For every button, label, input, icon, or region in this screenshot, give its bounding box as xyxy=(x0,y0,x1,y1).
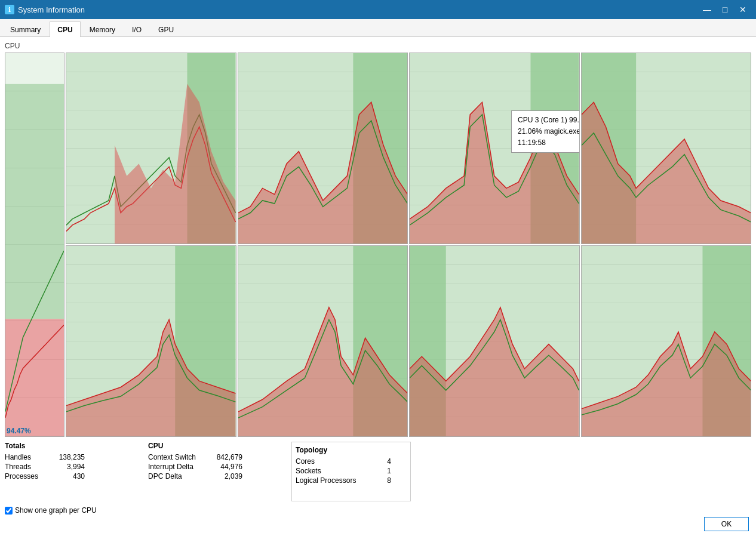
cpu-graphs-grid: CPU 3 (Core 1) 99.76% 21.06% magick.exe:… xyxy=(66,53,751,437)
logical-proc-label: Logical Processors xyxy=(296,476,373,485)
tabs-bar: Summary CPU Memory I/O GPU xyxy=(0,19,756,37)
checkbox-row: Show one graph per CPU xyxy=(5,506,751,515)
table-row: Threads 3,994 xyxy=(5,462,85,472)
dpc-label: DPC Delta xyxy=(148,472,201,481)
cpu-section-label: CPU xyxy=(5,42,751,50)
table-row: Processes 430 xyxy=(5,472,85,481)
show-graph-checkbox[interactable] xyxy=(5,507,13,515)
sockets-label: Sockets xyxy=(296,466,373,476)
table-row: Context Switch 842,679 xyxy=(148,452,242,462)
title-bar: ℹ System Information — □ ✕ xyxy=(0,0,756,19)
tooltip-line2: 21.06% magick.exe:4664 xyxy=(518,126,579,137)
tab-memory[interactable]: Memory xyxy=(82,21,123,37)
stats-row: Totals Handles 138,235 Threads 3,994 Pro… xyxy=(5,442,751,501)
cpu-stats-table: Context Switch 842,679 Interrupt Delta 4… xyxy=(148,452,242,481)
tooltip-line1: CPU 3 (Core 1) 99.76% xyxy=(518,115,579,126)
ok-button-row: OK xyxy=(5,515,751,531)
threads-value: 3,994 xyxy=(43,462,85,472)
cpu-graph-2: CPU 3 (Core 1) 99.76% 21.06% magick.exe:… xyxy=(409,53,580,244)
close-button[interactable]: ✕ xyxy=(735,4,751,16)
graphs-area: 94.47% xyxy=(5,53,751,437)
table-row: Sockets 1 xyxy=(296,466,391,476)
threads-label: Threads xyxy=(5,462,43,472)
logical-proc-value: 8 xyxy=(373,476,391,485)
app-icon: ℹ xyxy=(5,5,14,14)
cpu-graph-6 xyxy=(409,245,580,437)
tab-io[interactable]: I/O xyxy=(124,21,149,37)
table-row: Interrupt Delta 44,976 xyxy=(148,462,242,472)
topology-title: Topology xyxy=(296,446,407,454)
table-row: DPC Delta 2,039 xyxy=(148,472,242,481)
svg-rect-0 xyxy=(5,53,64,319)
svg-rect-2 xyxy=(5,53,64,84)
cores-value: 4 xyxy=(373,457,391,466)
totals-table: Handles 138,235 Threads 3,994 Processes … xyxy=(5,452,85,481)
cpu-graph-5 xyxy=(238,245,408,437)
cpu-graph-4 xyxy=(66,245,236,437)
processes-label: Processes xyxy=(5,472,43,481)
cpu-graph-7 xyxy=(581,245,752,437)
minimize-button[interactable]: — xyxy=(699,4,715,16)
bottom-section: Totals Handles 138,235 Threads 3,994 Pro… xyxy=(5,437,751,515)
handles-value: 138,235 xyxy=(43,452,85,462)
maximize-button[interactable]: □ xyxy=(717,4,733,16)
table-row: Handles 138,235 xyxy=(5,452,85,462)
svg-rect-1 xyxy=(5,319,64,436)
processes-value: 430 xyxy=(43,472,85,481)
cpu-percent-label: 94.47% xyxy=(7,427,31,435)
cores-label: Cores xyxy=(296,457,373,466)
main-content: CPU 94.47% xyxy=(0,37,756,536)
tab-gpu[interactable]: GPU xyxy=(150,21,182,37)
cpu-graph-0 xyxy=(66,53,236,244)
cpu-graph-1 xyxy=(238,53,408,244)
cpu-stats-group: CPU Context Switch 842,679 Interrupt Del… xyxy=(148,442,268,501)
window-controls: — □ ✕ xyxy=(699,4,751,16)
ok-button[interactable]: OK xyxy=(704,517,749,531)
cpu-tooltip: CPU 3 (Core 1) 99.76% 21.06% magick.exe:… xyxy=(511,110,579,153)
show-graph-label[interactable]: Show one graph per CPU xyxy=(15,506,97,515)
main-cpu-graph: 94.47% xyxy=(5,53,64,437)
context-switch-label: Context Switch xyxy=(148,452,201,462)
topology-table: Cores 4 Sockets 1 Logical Processors 8 xyxy=(296,457,391,485)
table-row: Cores 4 xyxy=(296,457,391,466)
context-switch-value: 842,679 xyxy=(201,452,242,462)
dpc-value: 2,039 xyxy=(201,472,242,481)
tab-cpu[interactable]: CPU xyxy=(50,21,80,37)
interrupt-label: Interrupt Delta xyxy=(148,462,201,472)
totals-title: Totals xyxy=(5,442,124,450)
sockets-value: 1 xyxy=(373,466,391,476)
topology-group: Topology Cores 4 Sockets 1 Logical Proce… xyxy=(291,442,411,501)
cpu-stats-title: CPU xyxy=(148,442,268,450)
tab-summary[interactable]: Summary xyxy=(2,21,48,37)
window-title: System Information xyxy=(18,5,85,14)
table-row: Logical Processors 8 xyxy=(296,476,391,485)
totals-group: Totals Handles 138,235 Threads 3,994 Pro… xyxy=(5,442,124,501)
tooltip-line3: 11:19:58 xyxy=(518,137,579,149)
handles-label: Handles xyxy=(5,452,43,462)
interrupt-value: 44,976 xyxy=(201,462,242,472)
cpu-graph-3 xyxy=(581,53,752,244)
